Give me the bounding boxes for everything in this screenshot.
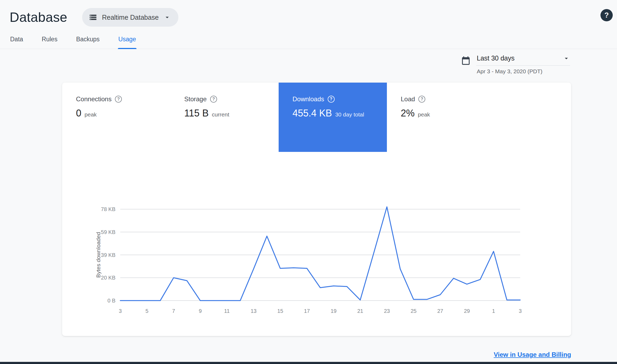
metric-unit: peak xyxy=(85,111,97,118)
metric-value: 0 xyxy=(76,108,81,119)
date-range-picker[interactable]: Last 30 days Apr 3 - May 3, 2020 (PDT) xyxy=(461,54,570,75)
database-selector-label: Realtime Database xyxy=(102,14,159,21)
tab-backups[interactable]: Backups xyxy=(75,34,100,49)
date-range-label: Last 30 days xyxy=(477,54,515,62)
metric-value: 2% xyxy=(401,108,415,119)
svg-text:3: 3 xyxy=(119,308,122,314)
svg-text:11: 11 xyxy=(224,308,230,314)
metric-value: 115 B xyxy=(184,108,209,119)
downloads-chart: 0 B20 KB39 KB59 KB78 KB35791113151719212… xyxy=(95,195,527,320)
metric-tab-connections[interactable]: Connections ? 0 peak xyxy=(62,83,170,152)
chevron-down-icon xyxy=(563,55,570,62)
metric-label: Load xyxy=(401,95,415,103)
svg-text:21: 21 xyxy=(357,308,363,314)
metric-label: Connections xyxy=(76,95,111,103)
database-icon xyxy=(89,13,97,21)
usage-billing-link[interactable]: View in Usage and Billing xyxy=(494,351,571,358)
svg-text:20 KB: 20 KB xyxy=(101,275,115,281)
svg-text:25: 25 xyxy=(411,308,416,314)
metric-tabs: Connections ? 0 peak Storage ? 115 B cur… xyxy=(62,83,571,152)
date-range-preset-row[interactable]: Last 30 days xyxy=(476,54,570,66)
metric-value: 455.4 KB xyxy=(293,108,332,119)
svg-text:19: 19 xyxy=(331,308,336,314)
svg-text:23: 23 xyxy=(384,308,390,314)
chart-area: 0 B20 KB39 KB59 KB78 KB35791113151719212… xyxy=(95,195,571,320)
header: Database Realtime Database ? xyxy=(0,0,617,27)
question-mark-icon: ? xyxy=(604,11,609,19)
svg-text:29: 29 xyxy=(464,308,470,314)
svg-text:7: 7 xyxy=(172,308,175,314)
date-range-fields: Last 30 days Apr 3 - May 3, 2020 (PDT) xyxy=(476,54,570,75)
tab-bar: Data Rules Backups Usage xyxy=(0,27,617,49)
svg-text:0 B: 0 B xyxy=(107,298,115,304)
svg-text:59 KB: 59 KB xyxy=(101,229,115,235)
realtime-database-usage-page: Database Realtime Database ? Data Rules … xyxy=(0,0,617,358)
metric-unit: peak xyxy=(418,111,430,118)
metric-tab-load[interactable]: Load ? 2% peak xyxy=(387,83,495,152)
svg-text:39 KB: 39 KB xyxy=(101,252,115,258)
help-circle-icon[interactable]: ? xyxy=(210,96,217,103)
date-range-detail: Apr 3 - May 3, 2020 (PDT) xyxy=(476,66,570,75)
metric-label: Downloads xyxy=(293,95,324,103)
metric-tab-downloads[interactable]: Downloads ? 455.4 KB 30 day total xyxy=(279,83,387,152)
tab-usage[interactable]: Usage xyxy=(118,34,137,49)
usage-card: Connections ? 0 peak Storage ? 115 B cur… xyxy=(62,83,571,336)
chevron-down-icon xyxy=(163,14,171,21)
svg-text:5: 5 xyxy=(145,308,148,314)
calendar-icon xyxy=(461,56,471,66)
svg-text:78 KB: 78 KB xyxy=(101,206,115,212)
svg-text:15: 15 xyxy=(277,308,283,314)
metric-unit: 30 day total xyxy=(335,111,364,118)
bottom-bar xyxy=(0,362,617,364)
tab-data[interactable]: Data xyxy=(10,34,24,49)
metric-label: Storage xyxy=(184,95,207,103)
help-circle-icon[interactable]: ? xyxy=(418,96,425,103)
svg-text:Bytes downloaded: Bytes downloaded xyxy=(95,232,101,278)
metric-tab-storage[interactable]: Storage ? 115 B current xyxy=(170,83,279,152)
svg-text:9: 9 xyxy=(199,308,202,314)
page-title: Database xyxy=(10,10,67,25)
svg-text:1: 1 xyxy=(492,308,495,314)
help-circle-icon[interactable]: ? xyxy=(328,96,335,103)
svg-text:3: 3 xyxy=(519,308,522,314)
database-selector[interactable]: Realtime Database xyxy=(82,8,178,27)
svg-text:27: 27 xyxy=(437,308,443,314)
tab-rules[interactable]: Rules xyxy=(41,34,58,49)
metric-unit: current xyxy=(212,111,229,118)
help-circle-icon[interactable]: ? xyxy=(115,96,122,103)
svg-text:17: 17 xyxy=(304,308,310,314)
help-button[interactable]: ? xyxy=(600,9,613,21)
svg-text:13: 13 xyxy=(251,308,257,314)
